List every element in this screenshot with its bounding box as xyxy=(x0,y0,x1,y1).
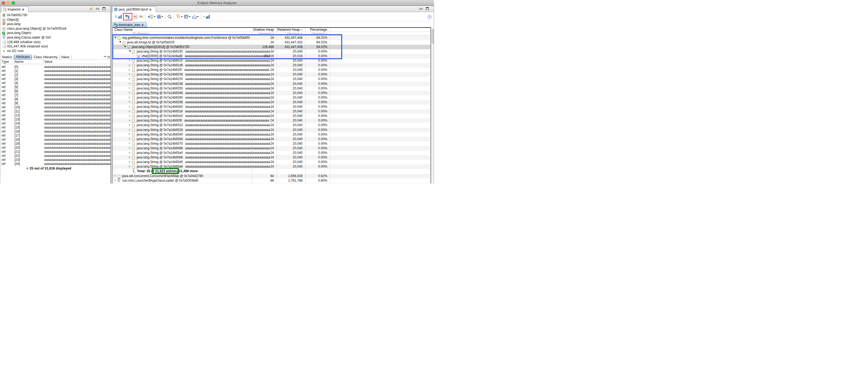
dropdown-arrow-icon[interactable] xyxy=(197,16,198,17)
table-row[interactable]: ref[21]aaaaaaaaaaaaaaaaaaaaaaaaaaaaaaaaa… xyxy=(0,150,111,154)
expand-expander-icon[interactable] xyxy=(129,106,130,108)
table-row[interactable]: ref[4]aaaaaaaaaaaaaaaaaaaaaaaaaaaaaaaaaa… xyxy=(0,81,111,85)
expand-expander-icon[interactable] xyxy=(114,175,116,177)
table-row[interactable]: ref[1]aaaaaaaaaaaaaaaaaaaaaaaaaaaaaaaaaa… xyxy=(0,69,111,73)
expand-expander-icon[interactable] xyxy=(129,147,130,149)
tree-row[interactable] xyxy=(113,183,430,184)
table-row[interactable]: ref[11]aaaaaaaaaaaaaaaaaaaaaaaaaaaaaaaaa… xyxy=(0,109,111,113)
table-row[interactable]: ref[8]aaaaaaaaaaaaaaaaaaaaaaaaaaaaaaaaaa… xyxy=(0,97,111,101)
percentage-filter[interactable]: <Numeric> xyxy=(305,32,329,35)
expand-expander-icon[interactable] xyxy=(129,87,130,89)
table-row[interactable]: ref[2]aaaaaaaaaaaaaaaaaaaaaaaaaaaaaaaaaa… xyxy=(0,73,111,77)
inspector-item[interactable]: @0x7bb091730 xyxy=(0,13,111,18)
dropdown-arrow-icon[interactable] xyxy=(181,16,183,17)
scrollbar-thumb[interactable] xyxy=(432,29,434,44)
heap-objects-gear-icon[interactable] xyxy=(157,15,161,19)
expand-expander-icon[interactable] xyxy=(129,101,130,103)
tree-row[interactable]: java.lang.String @ 0x7a14b9208aaaaaaaaaa… xyxy=(113,72,430,77)
tree-row[interactable]: java.lang.String @ 0x7a14b92c8aaaaaaaaaa… xyxy=(113,109,430,114)
tree-row[interactable]: org.geekbang.time.commonmistakes.trouble… xyxy=(113,35,430,40)
expand-expander-icon[interactable] xyxy=(129,142,130,144)
inspector-item[interactable]: java.lang.ClassLoader @ 0x0 xyxy=(0,35,111,40)
table-row[interactable]: ref[5]aaaaaaaaaaaaaaaaaaaaaaaaaaaaaaaaaa… xyxy=(0,85,111,89)
subtab-value[interactable]: Value xyxy=(59,55,71,59)
inspector-item[interactable]: java.lang xyxy=(0,22,111,26)
minimize-view-icon[interactable] xyxy=(104,56,106,57)
expand-expander-icon[interactable] xyxy=(129,92,130,94)
col-shallow-heap[interactable]: Shallow Heap xyxy=(252,28,275,31)
tree-row[interactable]: java.lang.String @ 0x7a14b92b0aaaaaaaaaa… xyxy=(113,105,430,109)
tree-row[interactable]: java.lang.String @ 0x7a14b9388aaaaaaaaaa… xyxy=(113,146,430,151)
tree-row[interactable]: java.lang.String @ 0x7a14b93d0aaaaaaaaaa… xyxy=(113,160,430,164)
table-row[interactable]: ref[7]aaaaaaaaaaaaaaaaaaaaaaaaaaaaaaaaaa… xyxy=(0,93,111,97)
tree-row[interactable]: java.lang.String @ 0x7a14b93e8aaaaaaaaaa… xyxy=(113,164,430,169)
tree-row[interactable]: java.lang.String @ 0x7a14b9310aaaaaaaaaa… xyxy=(113,123,430,128)
table-row[interactable]: ref[24]aaaaaaaaaaaaaaaaaaaaaaaaaaaaaaaaa… xyxy=(0,162,111,166)
subtab-attributes[interactable]: Attributes xyxy=(14,55,32,60)
tree-row[interactable]: java.lang.String @ 0x7a14b9238aaaaaaaaaa… xyxy=(113,82,430,86)
expand-expander-icon[interactable] xyxy=(129,82,130,85)
tree-row[interactable]: java.lang.String @ 0x7a14b9328aaaaaaaaaa… xyxy=(113,128,430,132)
search-icon[interactable] xyxy=(167,15,172,19)
histogram-icon[interactable] xyxy=(118,15,122,19)
retained-heap-filter[interactable]: <Numeric> xyxy=(276,32,304,35)
subtab-statics[interactable]: Statics xyxy=(0,55,14,59)
tree-row[interactable]: java.lang.String @ 0x7a14b9250aaaaaaaaaa… xyxy=(113,86,430,91)
collapse-expander-icon[interactable] xyxy=(124,46,126,48)
table-row[interactable]: ref[22]aaaaaaaaaaaaaaaaaaaaaaaaaaaaaaaaa… xyxy=(0,154,111,158)
table-row[interactable]: ref[0]aaaaaaaaaaaaaaaaaaaaaaaaaaaaaaaaaa… xyxy=(0,65,111,69)
tab-dominator-tree[interactable]: dominator_tree xyxy=(113,22,147,27)
tree-row[interactable]: java.lang.String @ 0x7a14b91f0aaaaaaaaaa… xyxy=(113,68,430,72)
table-row[interactable]: ref[15]aaaaaaaaaaaaaaaaaaaaaaaaaaaaaaaaa… xyxy=(0,125,111,130)
calculator-icon[interactable] xyxy=(184,15,188,19)
dropdown-arrow-icon[interactable] xyxy=(154,16,156,17)
expand-expander-icon[interactable] xyxy=(129,69,130,71)
tree-row[interactable]: java.lang.String @ 0x7a14b9298aaaaaaaaaa… xyxy=(113,100,430,105)
table-row[interactable]: ref[10]aaaaaaaaaaaaaaaaaaaaaaaaaaaaaaaaa… xyxy=(0,105,111,109)
tree-row[interactable]: java.util.concurrent.ConcurrentHashMap @… xyxy=(113,174,430,178)
table-row[interactable]: ref[13]aaaaaaaaaaaaaaaaaaaaaaaaaaaaaaaaa… xyxy=(0,117,111,121)
help-icon[interactable]: ? xyxy=(428,15,432,19)
inspector-item[interactable]: no GC root xyxy=(0,49,111,53)
export-icon[interactable] xyxy=(192,15,196,19)
inspector-item[interactable]: ↕126,488 (shallow size) xyxy=(0,40,111,45)
close-icon[interactable] xyxy=(141,24,144,26)
annotation-pink-rectangle[interactable] xyxy=(123,13,132,21)
expand-expander-icon[interactable] xyxy=(129,133,130,135)
collapse-expander-icon[interactable] xyxy=(129,50,131,52)
dropdown-arrow-icon[interactable] xyxy=(189,16,190,17)
maximize-view-icon[interactable] xyxy=(426,7,429,10)
table-row[interactable]: ref[12]aaaaaaaaaaaaaaaaaaaaaaaaaaaaaaaaa… xyxy=(0,113,111,117)
tree-row[interactable]: java.lang.String @ 0x7a14b9220aaaaaaaaaa… xyxy=(113,77,430,81)
collapse-expander-icon[interactable] xyxy=(114,37,117,38)
tree-row[interactable]: sun.misc.Launcher$AppClassLoader @ 0x7a0… xyxy=(113,178,430,183)
dominator-tree-icon[interactable] xyxy=(125,15,130,19)
expand-expander-icon[interactable] xyxy=(129,73,130,76)
sum-histogram-icon[interactable]: ↩ xyxy=(203,15,210,19)
expand-expander-icon[interactable] xyxy=(129,124,130,126)
table-row[interactable]: ref[6]aaaaaaaaaaaaaaaaaaaaaaaaaaaaaaaaaa… xyxy=(0,89,111,93)
col-type[interactable]: Type xyxy=(2,60,9,64)
expand-expander-icon[interactable] xyxy=(129,115,130,117)
tree-row[interactable]: java.lang.String @ 0x7a14b91d8aaaaaaaaaa… xyxy=(113,63,430,68)
expand-expander-icon[interactable] xyxy=(129,152,130,154)
tree-row[interactable]: java.lang.String @ 0x7a14b92f8aaaaaaaaaa… xyxy=(113,118,430,123)
expand-expander-icon[interactable] xyxy=(129,129,130,131)
expand-expander-icon[interactable] xyxy=(129,110,130,112)
info-icon[interactable]: i xyxy=(116,14,117,19)
col-retained-heap[interactable]: Retained Heap xyxy=(276,28,304,31)
expand-expander-icon[interactable] xyxy=(129,161,130,163)
vertical-scrollbar[interactable] xyxy=(431,27,434,184)
total-row[interactable]: Σ+Total: 25 of 21,523 entries; 21,498 mo… xyxy=(113,169,430,173)
col-name[interactable]: Name xyxy=(14,60,23,64)
tree-row[interactable]: java.lang.String @ 0x7a14b92e0aaaaaaaaaa… xyxy=(113,114,430,118)
table-row[interactable]: ref[23]aaaaaaaaaaaaaaaaaaaaaaaaaaaaaaaaa… xyxy=(0,158,111,162)
tree-row[interactable]: java.lang.String @ 0x7a14b9150aaaaaaaaaa… xyxy=(113,49,430,54)
table-row[interactable]: ref[16]aaaaaaaaaaaaaaaaaaaaaaaaaaaaaaaaa… xyxy=(0,130,111,134)
subtab-class-hierarchy[interactable]: Class Hierarchy xyxy=(32,55,59,59)
inspector-item[interactable]: []Object[] xyxy=(0,18,111,22)
expand-expander-icon[interactable] xyxy=(114,179,116,181)
maximize-view-icon[interactable] xyxy=(107,56,110,58)
tree-row[interactable]: java.lang.String @ 0x7a14b93a0aaaaaaaaaa… xyxy=(113,151,430,155)
inspector-item[interactable]: Cclass java.lang.Object[] @ 0x7a000f1e8 xyxy=(0,26,111,31)
